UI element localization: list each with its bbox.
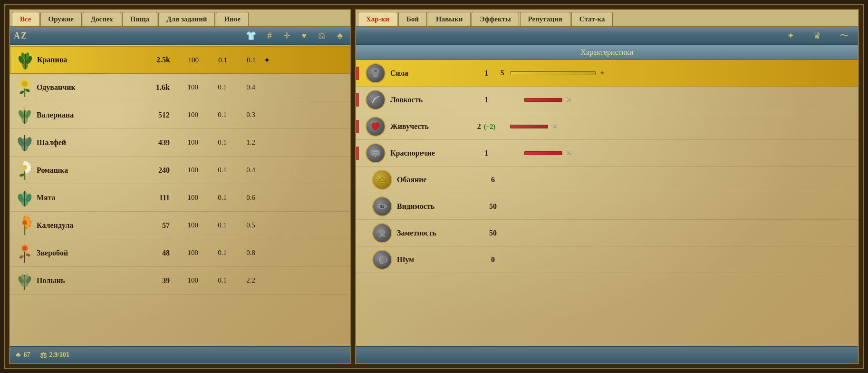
tab-quests[interactable]: Для заданий <box>158 12 215 26</box>
stat-row-noise[interactable]: Шум 0 <box>356 246 858 273</box>
item-row[interactable]: Шалфей 439 100 0.1 1.2 <box>10 129 350 157</box>
sword-right-icon2: ⚔ <box>552 122 558 130</box>
item-weight: 0.8 <box>227 249 255 257</box>
tab-skills[interactable]: Навыки <box>428 12 471 26</box>
item-quantity: 512 <box>132 111 170 119</box>
tab-combat[interactable]: Бой <box>398 12 427 26</box>
tab-char[interactable]: Хар-ки <box>358 12 397 26</box>
hash-icon[interactable]: # <box>268 31 272 41</box>
tab-all[interactable]: Все <box>12 12 39 26</box>
item-weight-unit: 0.1 <box>198 166 227 174</box>
item-quality: 100 <box>170 111 198 119</box>
item-icon-romashka <box>13 158 37 182</box>
stat-row-eloquence[interactable]: + Красноречие 1 ⚔ <box>356 140 858 167</box>
stat-icon-noticeability <box>371 222 393 244</box>
binder-tab: + <box>356 120 359 133</box>
item-row[interactable]: Ромашка 240 100 0.1 0.4 <box>10 157 350 184</box>
item-row[interactable]: Одуванчик 1.6k 100 0.1 0.4 <box>10 74 350 101</box>
stat-row-charm[interactable]: Обаяние 6 <box>356 167 858 193</box>
item-row[interactable]: Календула 57 100 0.1 0.5 <box>10 212 350 239</box>
heart-icon[interactable]: ♥ <box>302 31 307 41</box>
stat-end-icon: ✦ <box>599 69 605 77</box>
charm-circle-icon <box>372 170 392 190</box>
item-quality: 100 <box>170 138 198 147</box>
item-quality: 100 <box>170 83 198 91</box>
section-header: Характеристики <box>356 45 858 60</box>
stat-value: 1 <box>472 96 501 104</box>
tab-food[interactable]: Пища <box>122 12 157 26</box>
item-weight: 0.1 <box>227 56 256 64</box>
cross-icon[interactable]: ✛ <box>283 30 290 41</box>
tab-armor[interactable]: Доспех <box>83 12 121 26</box>
item-quantity: 48 <box>132 249 170 257</box>
svg-line-14 <box>19 79 20 80</box>
item-row[interactable]: Полынь 39 100 0.1 2.2 <box>10 267 350 294</box>
svg-point-54 <box>22 220 27 225</box>
stat-row-strength[interactable]: + Сила 1 5 ✦ <box>356 60 858 87</box>
agility-circle-icon <box>366 90 386 110</box>
binder-tab: + <box>356 147 359 160</box>
item-icon-oduvanchik <box>13 76 37 99</box>
item-quality: 100 <box>170 194 198 202</box>
stat-row-vitality[interactable]: + Живучесть 2 (+2) ⚔ <box>356 113 858 140</box>
item-icon-myata <box>13 186 37 210</box>
tab-effects[interactable]: Эффекты <box>472 12 519 26</box>
shirt-icon[interactable]: 👕 <box>246 30 256 41</box>
item-name: Ромашка <box>37 166 132 175</box>
stat-row-noticeability[interactable]: Заметность 50 <box>356 220 858 246</box>
stat-value: 0 <box>479 255 507 264</box>
svg-point-29 <box>19 173 24 177</box>
item-row[interactable]: Валериана 512 100 0.1 0.3 <box>10 101 350 129</box>
right-col-header: ✦ ♛ 〜 <box>356 27 858 45</box>
eloquence-circle-icon <box>366 143 386 163</box>
stat-list: + Сила 1 5 ✦ <box>356 60 858 346</box>
item-quantity: 111 <box>132 194 170 202</box>
item-weight: 0.5 <box>227 221 255 229</box>
item-quantity: 2.5k <box>132 56 170 64</box>
scale-icon[interactable]: ⚖ <box>318 30 326 41</box>
item-icon-kratpiva <box>13 48 37 72</box>
item-quantity: 39 <box>132 276 170 285</box>
tab-reputation[interactable]: Репутация <box>520 12 570 26</box>
stat-bar <box>524 151 562 155</box>
stat-icon-vitality <box>365 116 386 137</box>
main-container: Все Оружие Доспех Пища Для заданий Иное … <box>4 4 864 369</box>
noise-circle-icon <box>372 250 392 270</box>
svg-rect-72 <box>379 182 386 183</box>
tab-misc[interactable]: Иное <box>216 12 248 26</box>
item-list[interactable]: Крапива 2.5k 100 0.1 0.1 ✦ <box>10 45 350 346</box>
tab-weapons[interactable]: Оружие <box>40 12 82 26</box>
item-row[interactable]: Зверобой 48 100 0.1 0.8 <box>10 239 350 267</box>
sword-right-icon: ⚔ <box>566 96 572 104</box>
item-name: Валериана <box>37 111 132 119</box>
stat-value: 2 (+2) <box>472 122 501 131</box>
item-row[interactable]: Мята 111 100 0.1 0.6 <box>10 184 350 212</box>
item-name: Крапива <box>37 56 132 64</box>
stat-name: Заметность <box>393 229 479 237</box>
tab-stats[interactable]: Стат-ка <box>571 12 613 26</box>
stat-bar-area: ⚔ <box>501 122 855 130</box>
item-quantity: 240 <box>132 166 170 175</box>
clover-footer-icon: ♣ <box>16 351 21 359</box>
item-quality: 100 <box>170 166 198 174</box>
stat-name: Сила <box>386 69 472 78</box>
stat-row-visibility[interactable]: Видимость 50 <box>356 193 858 220</box>
stat-value: 1 <box>472 69 501 78</box>
stat-value: 50 <box>479 229 507 237</box>
svg-line-61 <box>27 245 29 246</box>
item-name: Зверобой <box>37 249 132 257</box>
item-weight: 1.2 <box>227 138 255 147</box>
stat-row-agility[interactable]: + Ловкость 1 ⚔ <box>356 87 858 113</box>
item-icon-zveroboi <box>13 241 37 265</box>
item-row[interactable]: Крапива 2.5k 100 0.1 0.1 ✦ <box>10 46 350 74</box>
left-tab-bar: Все Оружие Доспех Пища Для заданий Иное <box>10 10 350 27</box>
footer-count-value: 67 <box>24 351 30 359</box>
sort-label[interactable]: AZ <box>14 31 71 41</box>
clover-icon[interactable]: ♣ <box>337 31 343 41</box>
stat-value: 50 <box>479 202 507 211</box>
item-weight: 0.3 <box>227 111 255 119</box>
vitality-circle-icon <box>366 117 386 137</box>
svg-point-7 <box>22 81 28 87</box>
item-weight: 0.4 <box>227 166 255 174</box>
footer-count: ♣ 67 <box>16 351 30 359</box>
